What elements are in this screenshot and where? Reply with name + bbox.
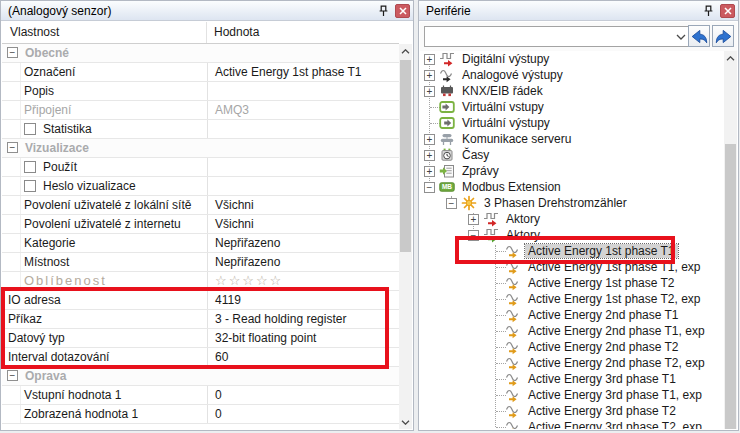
tree-item[interactable]: Active Energy 1st phase T2, exp <box>420 291 724 307</box>
scroll-thumb[interactable] <box>400 60 411 252</box>
tree-item-label[interactable]: Aktory <box>503 212 543 226</box>
tree-item[interactable]: Active Energy 3rd phase T2, exp <box>420 419 724 429</box>
property-value[interactable]: AMQ3 <box>207 101 399 119</box>
property-row[interactable]: Datový typ32-bit floating point <box>2 329 399 348</box>
tree-item-label[interactable]: Analogové výstupy <box>459 68 566 82</box>
collapse-icon[interactable]: − <box>7 142 18 153</box>
property-value[interactable] <box>207 177 399 195</box>
property-row[interactable]: Vstupní hodnota 10 <box>2 386 399 405</box>
property-value[interactable]: 3 - Read holding register <box>207 310 399 328</box>
scroll-up-icon[interactable] <box>399 44 412 58</box>
tree-item[interactable]: Active Energy 3rd phase T1 <box>420 371 724 387</box>
tree-item[interactable]: Active Energy 1st phase T1 <box>420 243 724 259</box>
property-row[interactable]: Použít <box>2 158 399 177</box>
property-row[interactable]: Zobrazená hodnota 10 <box>2 405 399 424</box>
chevron-down-icon[interactable] <box>673 27 689 46</box>
property-value[interactable]: 0 <box>207 405 399 423</box>
tree-item[interactable]: −3 Phasen Drehstromzähler <box>420 195 724 211</box>
expand-icon[interactable]: + <box>424 150 435 161</box>
property-row[interactable]: Příkaz3 - Read holding register <box>2 310 399 329</box>
property-value[interactable]: Active Energy 1st phase T1 <box>207 63 399 81</box>
property-row[interactable]: Heslo vizualizace <box>2 177 399 196</box>
checkbox-unchecked-icon[interactable] <box>24 180 36 192</box>
tree-item-label[interactable]: Active Energy 2nd phase T1, exp <box>525 324 708 338</box>
tree-item-label[interactable]: Active Energy 2nd phase T2 <box>525 340 682 354</box>
tree-item[interactable]: +Digitální výstupy <box>420 51 724 67</box>
tree-item[interactable]: Active Energy 2nd phase T1, exp <box>420 323 724 339</box>
pin-icon[interactable] <box>375 3 391 18</box>
property-row[interactable]: Oblíbenost☆☆☆☆☆ <box>2 272 399 291</box>
tree-item[interactable]: −Aktory <box>420 227 724 243</box>
star-rating[interactable]: ☆☆☆☆☆ <box>215 273 283 288</box>
close-icon[interactable] <box>395 4 410 18</box>
group-row[interactable]: −Oprava <box>2 367 399 386</box>
expand-icon[interactable]: + <box>424 166 435 177</box>
tree-item-label[interactable]: Active Energy 1st phase T2 <box>525 276 678 290</box>
tree-item[interactable]: Active Energy 2nd phase T1 <box>420 307 724 323</box>
property-value[interactable]: 60 <box>207 348 399 366</box>
property-row[interactable]: Statistika <box>2 120 399 139</box>
expand-icon[interactable]: + <box>424 86 435 97</box>
tree-item[interactable]: Virtuální výstupy <box>420 115 724 131</box>
tree-item[interactable]: +Aktory <box>420 211 724 227</box>
tree-item[interactable]: Active Energy 2nd phase T2 <box>420 339 724 355</box>
property-row[interactable]: PřipojeníAMQ3 <box>2 101 399 120</box>
property-value[interactable] <box>207 82 399 100</box>
tree-item-label[interactable]: Active Energy 3rd phase T1 <box>525 372 679 386</box>
tree-item-label[interactable]: Active Energy 3rd phase T2 <box>525 404 679 418</box>
tree-item-label[interactable]: Časy <box>459 148 492 162</box>
expand-icon[interactable]: + <box>424 134 435 145</box>
tree-item-label[interactable]: Active Energy 3rd phase T1, exp <box>525 388 705 402</box>
close-icon[interactable] <box>720 4 735 18</box>
tree-item[interactable]: Active Energy 1st phase T2 <box>420 275 724 291</box>
scroll-up-icon[interactable] <box>724 51 737 65</box>
filter-combobox[interactable] <box>424 26 690 47</box>
tree-item[interactable]: +KNX/EIB řádek <box>420 83 724 99</box>
property-row[interactable]: Povolení uživatelé z lokální sítěVšichni <box>2 196 399 215</box>
property-value[interactable] <box>207 120 399 138</box>
property-value[interactable]: 0 <box>207 386 399 404</box>
group-row[interactable]: −Vizualizace <box>2 139 399 158</box>
expand-icon[interactable]: + <box>424 54 435 65</box>
tree-item-label[interactable]: Digitální výstupy <box>459 52 552 66</box>
tree-item-label[interactable]: KNX/EIB řádek <box>459 84 546 98</box>
tree-item[interactable]: Active Energy 2nd phase T2, exp <box>420 355 724 371</box>
tree-item-label[interactable]: Virtuální vstupy <box>459 100 547 114</box>
tree-item-label[interactable]: Zprávy <box>459 164 502 178</box>
tree-item-label[interactable]: Virtuální výstupy <box>459 116 553 130</box>
group-row[interactable]: −Obecné <box>2 44 399 63</box>
property-value[interactable]: Nepřiřazeno <box>207 253 399 271</box>
property-row[interactable]: Popis <box>2 82 399 101</box>
tree-item[interactable]: Active Energy 3rd phase T1, exp <box>420 387 724 403</box>
tree-item[interactable]: +Komunikace serveru <box>420 131 724 147</box>
collapse-icon[interactable]: − <box>446 198 457 209</box>
pin-icon[interactable] <box>700 3 716 18</box>
tree-item-label[interactable]: Aktory <box>503 228 543 242</box>
property-row[interactable]: OznačeníActive Energy 1st phase T1 <box>2 63 399 82</box>
tree-item-label[interactable]: Komunikace serveru <box>459 132 574 146</box>
navigate-forward-button[interactable] <box>712 25 734 47</box>
tree-scrollbar[interactable] <box>724 51 737 429</box>
property-row[interactable]: MístnostNepřiřazeno <box>2 253 399 272</box>
tree-item[interactable]: −MBModbus Extension <box>420 179 724 195</box>
tree-item-label[interactable]: Active Energy 1st phase T1, exp <box>525 260 704 274</box>
property-value[interactable]: Nepřiřazeno <box>207 234 399 252</box>
properties-scrollbar[interactable] <box>399 44 412 429</box>
scroll-thumb[interactable] <box>725 144 736 429</box>
collapse-icon[interactable]: − <box>468 230 479 241</box>
property-value[interactable]: 32-bit floating point <box>207 329 399 347</box>
scroll-down-icon[interactable] <box>399 415 412 429</box>
expand-icon[interactable]: + <box>468 214 479 225</box>
tree-item-label[interactable]: Active Energy 2nd phase T1 <box>525 308 682 322</box>
tree-item[interactable]: +Analogové výstupy <box>420 67 724 83</box>
property-value[interactable]: 4119 <box>207 291 399 309</box>
tree-item[interactable]: Virtuální vstupy <box>420 99 724 115</box>
property-row[interactable]: Interval dotazování60 <box>2 348 399 367</box>
tree-item-label[interactable]: Active Energy 2nd phase T2, exp <box>525 356 708 370</box>
checkbox-unchecked-icon[interactable] <box>24 123 36 135</box>
tree-item-label[interactable]: Active Energy 1st phase T2, exp <box>525 292 704 306</box>
collapse-icon[interactable]: − <box>7 47 18 58</box>
tree-item[interactable]: Active Energy 3rd phase T2 <box>420 403 724 419</box>
filter-combobox-input[interactable] <box>425 27 673 46</box>
tree-item-label[interactable]: Modbus Extension <box>459 180 564 194</box>
